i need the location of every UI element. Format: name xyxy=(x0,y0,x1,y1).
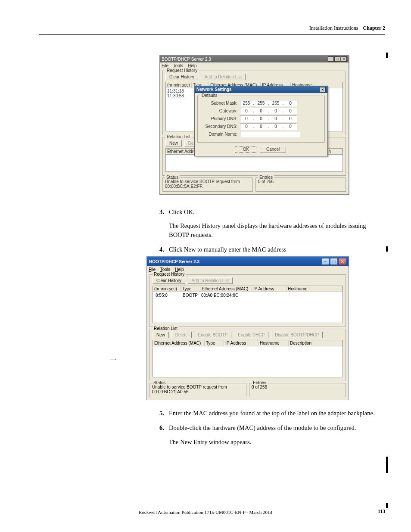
subnet-label: Subnet Mask: xyxy=(203,101,237,106)
delete-button[interactable]: Delete xyxy=(171,332,192,338)
enable-bootp-button[interactable]: Enable BOOTP xyxy=(194,332,231,338)
group-legend: Request History xyxy=(165,68,199,73)
disable-bootp-dhcp-button[interactable]: Disable BOOTP/DHCP xyxy=(271,332,323,338)
page-header: Installation Instructions Chapter 2 xyxy=(309,25,385,31)
col-desc[interactable]: Description xyxy=(289,340,342,346)
svg-marker-1 xyxy=(115,359,116,360)
menu-file[interactable]: File xyxy=(149,267,156,272)
bootp-window-2: BOOTP/DHCP Server 2.3 – □ × File Tools H… xyxy=(146,256,349,400)
clear-history-button[interactable]: Clear History xyxy=(165,74,198,80)
menu-tools[interactable]: Tools xyxy=(173,63,183,68)
list-row[interactable]: 8:55:0 BOOTP 00:A0:EC:00:24:8C xyxy=(155,293,341,298)
change-bar xyxy=(386,503,388,508)
step-text: Click New to manually enter the MAC addr… xyxy=(169,245,385,254)
col-mac[interactable]: Ethernet Addre xyxy=(166,149,196,154)
col-mac[interactable]: Ethernet Address (MAC) xyxy=(153,340,205,346)
pdns-label: Primary DNS: xyxy=(203,116,237,121)
gateway-label: Gateway: xyxy=(203,109,237,113)
secondary-dns-input[interactable]: 0. 0. 0. 0 xyxy=(240,123,297,130)
relation-list[interactable] xyxy=(153,346,343,377)
col-time[interactable]: (hr:min:sec) xyxy=(166,82,192,88)
col-host[interactable]: Hostname xyxy=(286,286,342,292)
menu-tools[interactable]: Tools xyxy=(160,267,170,272)
entries-text: 0 of 256 xyxy=(252,385,267,389)
col-ip[interactable]: IP Address xyxy=(252,286,286,292)
relation-list[interactable] xyxy=(165,155,343,172)
step-text: Double-click the hardware (MAC) address … xyxy=(169,423,385,432)
col-host[interactable]: Hostname xyxy=(258,340,289,346)
step-3: 3. Click OK. The Request History panel d… xyxy=(159,208,385,239)
window-title: BOOTP/DHCP Server 2.3 xyxy=(149,259,199,264)
col-mac[interactable]: Ethernet Address (MAC) xyxy=(200,286,252,292)
entries-legend: Entries xyxy=(258,175,274,180)
step-followup: The Request History panel displays the h… xyxy=(169,221,385,239)
enable-dhcp-button[interactable]: Enable DHCP xyxy=(234,332,268,338)
window-title: BOOTP/DHCP Server 2.3 xyxy=(162,57,211,62)
cancel-button[interactable]: Cancel xyxy=(260,146,286,152)
step-5: 5. Enter the MAC address you found at th… xyxy=(159,409,385,417)
titlebar[interactable]: BOOTP/DHCP Server 2.3 _ □ × xyxy=(160,56,349,62)
domain-label: Domain Name: xyxy=(203,132,237,137)
new-button[interactable]: New xyxy=(165,140,182,146)
change-bar xyxy=(386,246,388,252)
clear-history-button[interactable]: Clear History xyxy=(153,277,185,284)
status-text: Unable to service BOOTP request from 00:… xyxy=(165,179,240,189)
change-bar xyxy=(386,53,388,58)
new-button[interactable]: New xyxy=(153,332,169,338)
menu-help[interactable]: Help xyxy=(175,267,184,272)
maximize-icon[interactable]: □ xyxy=(330,258,338,265)
status-legend: Status xyxy=(152,380,167,385)
close-icon[interactable]: × xyxy=(339,258,346,265)
sdns-label: Secondary DNS: xyxy=(203,124,237,129)
close-icon[interactable]: × xyxy=(320,87,326,92)
add-relation-button[interactable]: Add to Relation List xyxy=(201,74,246,80)
maximize-icon[interactable]: □ xyxy=(334,56,340,62)
page-number: 113 xyxy=(378,508,385,515)
header-title: Installation Instructions xyxy=(309,25,358,31)
bootp-window-1: BOOTP/DHCP Server 2.3 _ □ × File Tools H… xyxy=(159,55,349,195)
domain-input[interactable] xyxy=(240,131,300,137)
minimize-icon[interactable]: – xyxy=(321,258,329,265)
status-text: Unable to service BOOTP request from 00:… xyxy=(152,385,227,394)
header-rule xyxy=(39,34,385,35)
gateway-input[interactable]: 0. 0. 0. 0 xyxy=(240,108,297,114)
step-number: 3. xyxy=(159,208,169,239)
defaults-legend: Defaults xyxy=(200,93,219,98)
dialog-titlebar[interactable]: Network Settings × xyxy=(195,86,327,93)
menu-file[interactable]: File xyxy=(162,63,168,68)
step-number: 4. xyxy=(159,245,169,254)
request-history-list[interactable]: 8:55:0 BOOTP 00:A0:EC:00:24:8C xyxy=(153,292,343,323)
minimize-icon[interactable]: _ xyxy=(328,56,334,62)
network-settings-dialog: Network Settings × Defaults Subnet Mask:… xyxy=(194,86,328,156)
close-icon[interactable]: × xyxy=(341,56,347,62)
step-number: 6. xyxy=(159,423,169,446)
ok-button[interactable]: OK xyxy=(235,146,257,152)
primary-dns-input[interactable]: 0. 0. 0. 0 xyxy=(240,115,297,122)
col-type[interactable]: Type xyxy=(205,340,224,346)
entries-text: 0 of 256 xyxy=(258,179,274,184)
step-followup: The New Entry window appears. xyxy=(169,438,385,446)
subnet-input[interactable]: 255. 255. 255. 0 xyxy=(240,100,297,106)
page-footer: Rockwell Automation Publication 1715-UM0… xyxy=(0,510,411,515)
titlebar[interactable]: BOOTP/DHCP Server 2.3 – □ × xyxy=(147,257,349,266)
group-legend: Relation List xyxy=(165,134,192,139)
cell-type: BOOTP xyxy=(182,293,200,298)
menu-help[interactable]: Help xyxy=(188,63,197,68)
request-history-columns: (hr:min:sec) Type Ethernet Address (MAC)… xyxy=(153,286,343,292)
status-box: Status Unable to service BOOTP request f… xyxy=(149,383,246,397)
col-type[interactable]: Type xyxy=(181,286,200,292)
add-relation-button[interactable]: Add to Relation List xyxy=(188,277,233,284)
header-chapter: Chapter 2 xyxy=(363,25,385,31)
status-legend: Status xyxy=(165,175,180,180)
cell-mac: 00:A0:EC:00:24:8C xyxy=(200,293,252,298)
entries-box: Entries 0 of 256 xyxy=(255,177,346,192)
group-legend: Request History xyxy=(153,272,186,277)
step-text: Enter the MAC address you found at the t… xyxy=(169,409,385,417)
step-number: 5. xyxy=(159,409,169,417)
request-history-group: Request History Clear History Add to Rel… xyxy=(149,274,346,327)
cell-time: 8:55:0 xyxy=(155,293,182,298)
col-ip[interactable]: IP Address xyxy=(224,340,258,346)
group-legend: Relation List xyxy=(153,326,179,331)
col-time[interactable]: (hr:min:sec) xyxy=(153,286,181,292)
step-text: Click OK. xyxy=(169,208,385,216)
